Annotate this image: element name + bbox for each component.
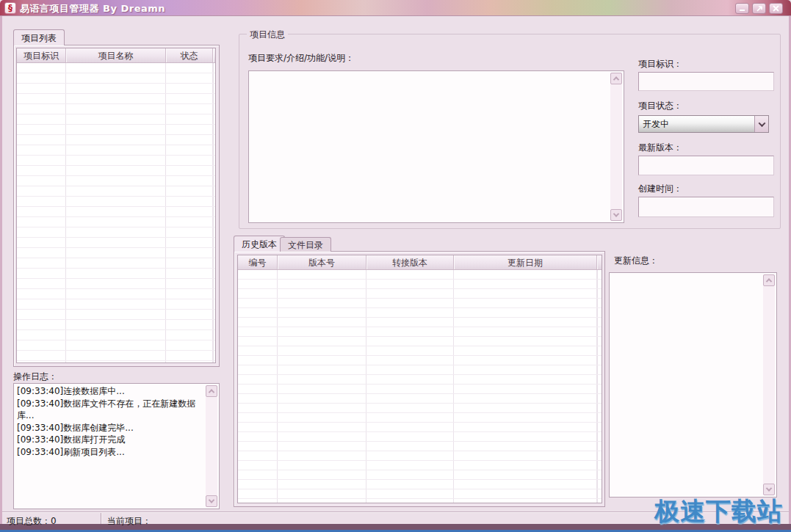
table-row[interactable] (17, 299, 215, 310)
operation-log-scrollbar[interactable] (206, 385, 217, 507)
project-status-select[interactable]: 开发中 (638, 115, 769, 133)
table-row[interactable] (17, 63, 215, 73)
table-row[interactable] (238, 413, 602, 423)
table-row[interactable] (238, 423, 602, 432)
version-table[interactable]: 编号版本号转接版本更新日期 (237, 255, 602, 503)
project-id-input[interactable] (638, 72, 774, 91)
table-row[interactable] (17, 125, 215, 135)
table-row[interactable] (17, 351, 215, 361)
table-row[interactable] (17, 248, 215, 258)
tab-project-list[interactable]: 项目列表 (13, 29, 65, 45)
description-textarea[interactable] (248, 70, 624, 223)
column-header[interactable]: 项目名称 (66, 48, 166, 62)
table-row[interactable] (238, 280, 602, 289)
table-row[interactable] (17, 166, 215, 176)
table-cell (166, 361, 213, 362)
table-row[interactable] (17, 197, 215, 207)
latest-version-input[interactable] (638, 156, 774, 175)
table-cell (278, 423, 366, 431)
table-row[interactable] (17, 176, 215, 186)
column-header[interactable]: 更新日期 (454, 255, 597, 269)
table-row[interactable] (238, 480, 602, 489)
table-row[interactable] (17, 104, 215, 114)
table-row[interactable] (238, 470, 602, 480)
table-row[interactable] (17, 156, 215, 166)
table-row[interactable] (238, 489, 602, 499)
maximize-button[interactable] (752, 3, 766, 14)
table-row[interactable] (17, 258, 215, 269)
table-row[interactable] (238, 442, 602, 451)
table-row[interactable] (238, 270, 602, 280)
table-cell (17, 135, 66, 145)
column-header[interactable]: 编号 (238, 255, 278, 269)
table-row[interactable] (238, 451, 602, 461)
table-cell (366, 489, 454, 498)
table-row[interactable] (17, 217, 215, 227)
table-row[interactable] (17, 330, 215, 340)
table-row[interactable] (17, 145, 215, 156)
table-row[interactable] (238, 308, 602, 318)
minimize-button[interactable] (735, 3, 749, 14)
table-cell (66, 84, 166, 93)
version-table-rows[interactable] (238, 270, 602, 503)
table-row[interactable] (238, 356, 602, 365)
tab-file-directory[interactable]: 文件目录 (280, 237, 331, 252)
table-row[interactable] (238, 499, 602, 503)
table-row[interactable] (17, 207, 215, 217)
scroll-down-button[interactable] (206, 495, 217, 507)
table-row[interactable] (238, 461, 602, 470)
column-header[interactable]: 转接版本 (366, 255, 454, 269)
table-row[interactable] (17, 94, 215, 104)
table-row[interactable] (17, 227, 215, 238)
scroll-down-button[interactable] (610, 209, 622, 221)
column-header[interactable]: 版本号 (278, 255, 366, 269)
table-row[interactable] (17, 114, 215, 125)
table-cell (17, 73, 66, 83)
table-row[interactable] (17, 73, 215, 84)
update-info-textarea[interactable] (609, 272, 777, 498)
table-row[interactable] (238, 365, 602, 375)
close-button[interactable] (769, 3, 783, 14)
update-info-scrollbar[interactable] (763, 274, 775, 495)
table-row[interactable] (238, 346, 602, 356)
table-row[interactable] (238, 385, 602, 394)
app-icon[interactable]: § (4, 2, 16, 14)
column-header[interactable]: 状态 (166, 48, 213, 62)
description-scrollbar[interactable] (610, 73, 622, 221)
column-header[interactable]: 项目标识 (17, 48, 66, 62)
table-cell (213, 156, 214, 165)
tab-history-versions[interactable]: 历史版本 (234, 236, 285, 252)
scroll-up-button[interactable] (763, 274, 775, 286)
table-cell (597, 375, 598, 384)
project-list-rows[interactable] (17, 63, 215, 362)
table-row[interactable] (238, 394, 602, 404)
table-row[interactable] (17, 135, 215, 145)
table-row[interactable] (238, 299, 602, 308)
table-row[interactable] (238, 327, 602, 337)
table-row[interactable] (238, 289, 602, 299)
table-row[interactable] (17, 310, 215, 320)
table-row[interactable] (17, 289, 215, 299)
project-list-table[interactable]: 项目标识项目名称状态 (16, 48, 216, 363)
table-row[interactable] (17, 269, 215, 279)
scroll-up-button[interactable] (610, 73, 622, 84)
scroll-down-button[interactable] (763, 484, 775, 495)
table-row[interactable] (238, 375, 602, 385)
created-time-input[interactable] (638, 197, 774, 217)
scroll-up-button[interactable] (206, 385, 217, 397)
table-cell (213, 94, 214, 103)
title-bar[interactable]: § 易语言项目管理器 By Dreamn (0, 0, 791, 16)
table-row[interactable] (17, 84, 215, 94)
table-row[interactable] (238, 404, 602, 413)
table-row[interactable] (17, 238, 215, 248)
table-row[interactable] (238, 432, 602, 442)
table-row[interactable] (238, 318, 602, 327)
table-row[interactable] (17, 279, 215, 289)
table-row[interactable] (17, 186, 215, 197)
table-row[interactable] (17, 340, 215, 351)
combo-dropdown-button[interactable] (754, 116, 768, 132)
operation-log-box[interactable]: [09:33:40]连接数据库中...[09:33:40]数据库文件不存在，正在… (13, 383, 220, 509)
table-row[interactable] (238, 337, 602, 346)
table-row[interactable] (17, 361, 215, 362)
table-row[interactable] (17, 320, 215, 330)
